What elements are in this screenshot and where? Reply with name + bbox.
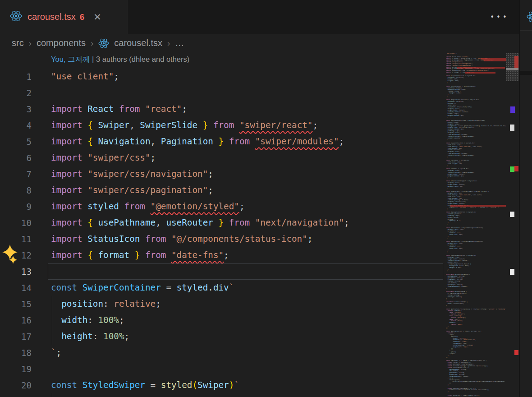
overview-ruler-marker bbox=[510, 125, 514, 131]
code-line-8[interactable]: 8import "swiper/css/pagination"; bbox=[0, 182, 444, 198]
breadcrumb: src › components › carousel.tsx › … bbox=[0, 34, 519, 52]
overview-ruler-marker bbox=[510, 212, 514, 217]
overview-ruler-marker bbox=[514, 166, 518, 171]
codelens-authors: You, 그저께 | 3 authors (dhlee and others) bbox=[51, 55, 189, 68]
code-text: const SwiperContainer = styled.div` bbox=[51, 280, 234, 296]
code-text: import { Navigation, Pagination } from "… bbox=[51, 134, 344, 150]
code-text: import "swiper/css/pagination"; bbox=[51, 182, 213, 198]
minimap-error-line bbox=[457, 67, 505, 69]
line-number: 1 bbox=[0, 69, 32, 85]
line-number: 20 bbox=[0, 377, 32, 393]
react-file-icon bbox=[527, 11, 532, 24]
minimap[interactable]: "use client";import React from "react";i… bbox=[444, 52, 519, 397]
breadcrumb-item-src[interactable]: src bbox=[12, 38, 24, 48]
line-number: 9 bbox=[0, 198, 32, 215]
line-number: 19 bbox=[0, 361, 32, 377]
code-text: import StatusIcon from "@/components/sta… bbox=[51, 231, 312, 247]
line-number: 21 bbox=[0, 393, 32, 397]
code-line-9[interactable]: 9import styled from "@emotion/styled"; bbox=[0, 198, 444, 215]
code-text: import { format } from "date-fns"; bbox=[51, 247, 229, 263]
code-text: `; bbox=[51, 345, 61, 361]
overview-ruler-marker bbox=[510, 106, 515, 113]
code-line-17[interactable]: 17 height: 100%; bbox=[0, 328, 444, 345]
line-number: 17 bbox=[0, 328, 32, 345]
code-text: height: 100%; bbox=[51, 328, 129, 345]
line-number: 10 bbox=[0, 215, 32, 231]
chevron-right-icon: › bbox=[29, 38, 32, 48]
code-line-18[interactable]: 18`; bbox=[0, 345, 444, 361]
code-text: overflow: hidden; bbox=[51, 393, 151, 397]
code-text: width: 100%; bbox=[51, 312, 124, 328]
chevron-right-icon: › bbox=[91, 38, 93, 48]
overview-ruler-marker bbox=[510, 269, 514, 275]
line-number: 6 bbox=[0, 150, 32, 166]
minimap-error-line bbox=[484, 60, 506, 61]
minimap-error-line bbox=[450, 205, 506, 207]
minimap-code-preview: "use client";import React from "react";i… bbox=[446, 53, 506, 397]
breadcrumb-item-symbol-ellipsis[interactable]: … bbox=[175, 38, 184, 48]
minimap-slider-handle bbox=[506, 68, 518, 70]
code-text: import { Swiper, SwiperSlide } from "swi… bbox=[51, 117, 318, 134]
overview-ruler-marker bbox=[510, 166, 514, 172]
more-actions-icon[interactable]: ••• bbox=[490, 11, 509, 23]
code-line-14[interactable]: 14const SwiperContainer = styled.div` bbox=[0, 280, 444, 296]
code-line-19[interactable]: 19 bbox=[0, 361, 444, 377]
code-line-21[interactable]: 21 overflow: hidden; bbox=[0, 393, 444, 397]
second-editor-group-sliver bbox=[520, 0, 532, 397]
line-number: 2 bbox=[0, 85, 32, 101]
code-text: const StyledSwiper = styled(Swiper)` bbox=[51, 377, 239, 393]
tab-filename: carousel.tsx bbox=[28, 12, 76, 22]
code-text: import React from "react"; bbox=[51, 101, 187, 117]
code-line-1[interactable]: 1"use client"; bbox=[0, 69, 444, 85]
code-line-3[interactable]: 3import React from "react"; bbox=[0, 101, 444, 117]
overview-ruler-marker bbox=[514, 350, 518, 355]
tab-carousel-tsx[interactable]: carousel.tsx 6 ✕ bbox=[0, 0, 128, 34]
minimap-error-line bbox=[465, 72, 495, 74]
line-number: 15 bbox=[0, 296, 32, 312]
code-line-11[interactable]: 11import StatusIcon from "@/components/s… bbox=[0, 231, 444, 247]
copilot-sparkle-icon[interactable] bbox=[2, 245, 18, 266]
code-line-6[interactable]: 6import "swiper/css"; bbox=[0, 150, 444, 166]
close-tab-icon[interactable]: ✕ bbox=[93, 12, 101, 23]
second-group-tab-strip[interactable] bbox=[520, 0, 532, 31]
codelens-blame-link[interactable]: You, 그저께 bbox=[51, 55, 90, 63]
line-number: 18 bbox=[0, 345, 32, 361]
current-line-highlight bbox=[48, 263, 443, 280]
code-text: import { usePathname, useRouter } from "… bbox=[51, 215, 349, 231]
code-text: import styled from "@emotion/styled"; bbox=[51, 198, 245, 215]
breadcrumb-item-components[interactable]: components bbox=[37, 38, 86, 48]
code-line-7[interactable]: 7import "swiper/css/navigation"; bbox=[0, 166, 444, 182]
breadcrumb-item-filename[interactable]: carousel.tsx bbox=[114, 38, 162, 48]
react-file-icon bbox=[10, 10, 22, 24]
line-number: 3 bbox=[0, 101, 32, 117]
code-line-2[interactable]: 2 bbox=[0, 85, 444, 101]
code-line-13[interactable]: 13 bbox=[0, 263, 444, 280]
code-line-15[interactable]: 15 position: relative; bbox=[0, 296, 444, 312]
line-number: 5 bbox=[0, 134, 32, 150]
code-line-16[interactable]: 16 width: 100%; bbox=[0, 312, 444, 328]
chevron-right-icon: › bbox=[167, 38, 170, 48]
line-number: 16 bbox=[0, 312, 32, 328]
code-editor[interactable]: You, 그저께 | 3 authors (dhlee and others) … bbox=[0, 52, 444, 397]
code-text: import "swiper/css/navigation"; bbox=[51, 166, 213, 182]
code-text: "use client"; bbox=[51, 69, 119, 85]
code-line-10[interactable]: 10import { usePathname, useRouter } from… bbox=[0, 215, 444, 231]
codelens-authors-text: | 3 authors (dhlee and others) bbox=[90, 55, 190, 63]
line-number: 4 bbox=[0, 117, 32, 134]
code-line-20[interactable]: 20const StyledSwiper = styled(Swiper)` bbox=[0, 377, 444, 393]
line-number: 8 bbox=[0, 182, 32, 198]
line-number: 14 bbox=[0, 280, 32, 296]
react-file-icon bbox=[98, 38, 109, 49]
code-text: position: relative; bbox=[51, 296, 161, 312]
code-line-4[interactable]: 4import { Swiper, SwiperSlide } from "sw… bbox=[0, 117, 444, 134]
code-line-5[interactable]: 5import { Navigation, Pagination } from … bbox=[0, 134, 444, 150]
code-text: import "swiper/css"; bbox=[51, 150, 156, 166]
code-line-12[interactable]: 12import { format } from "date-fns"; bbox=[0, 247, 444, 263]
line-number: 7 bbox=[0, 166, 32, 182]
tab-bar: carousel.tsx 6 ✕ ••• bbox=[0, 0, 519, 34]
tab-problem-count-badge: 6 bbox=[80, 12, 85, 22]
scroll-shadow bbox=[520, 71, 532, 75]
